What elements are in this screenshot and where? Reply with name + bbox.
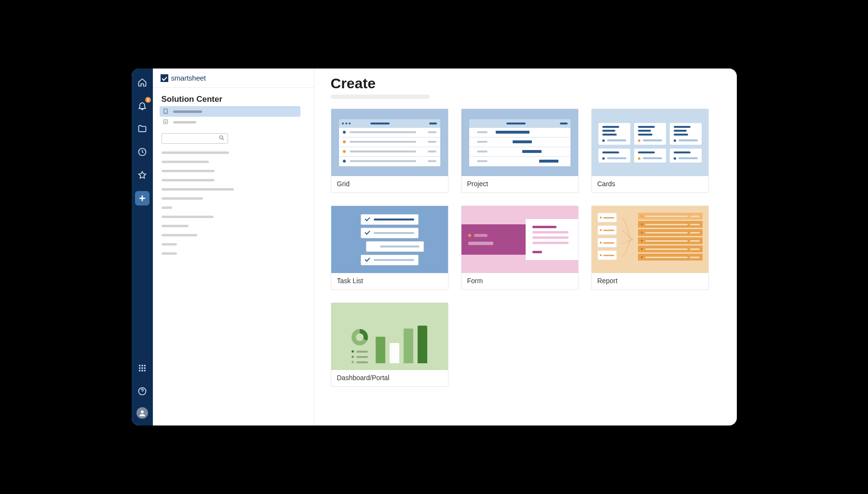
solution-center-panel: smartsheet Solution Center <box>153 69 314 425</box>
create-card-label: Cards <box>592 176 708 192</box>
panel-category-list <box>160 151 300 255</box>
report-thumbnail <box>592 206 708 273</box>
create-card-dashboard[interactable]: Dashboard/Portal <box>331 302 448 387</box>
create-card-cards[interactable]: Cards <box>591 109 709 193</box>
task-list-thumbnail <box>331 206 448 273</box>
project-thumbnail <box>461 109 578 176</box>
panel-nav-item-create[interactable] <box>160 106 300 117</box>
panel-category-item[interactable] <box>162 225 189 227</box>
panel-category-item[interactable] <box>162 206 172 209</box>
svg-rect-4 <box>139 368 140 369</box>
panel-nav-item-import[interactable] <box>160 117 300 127</box>
panel-search-input[interactable] <box>162 133 228 144</box>
panel-category-item[interactable] <box>162 197 203 200</box>
svg-point-13 <box>219 136 223 139</box>
panel-category-item[interactable] <box>162 188 234 191</box>
app-launcher-icon[interactable] <box>135 361 149 375</box>
search-icon <box>218 134 225 143</box>
svg-rect-8 <box>141 370 143 371</box>
create-card-label: Task List <box>331 273 448 289</box>
svg-rect-6 <box>144 368 145 369</box>
home-icon[interactable] <box>135 75 149 90</box>
create-card-label: Grid <box>331 176 448 192</box>
brand-logo-icon <box>161 74 168 82</box>
page-title: Create <box>331 75 720 92</box>
account-avatar[interactable] <box>136 407 148 419</box>
create-card-label: Report <box>592 273 708 289</box>
panel-category-item[interactable] <box>162 170 215 172</box>
main-content: Create <box>314 69 737 425</box>
create-button[interactable] <box>135 191 149 206</box>
svg-rect-9 <box>144 370 145 371</box>
create-card-label: Form <box>461 273 578 289</box>
create-card-report[interactable]: Report <box>591 206 709 290</box>
svg-rect-5 <box>141 368 143 369</box>
create-card-label: Project <box>461 176 578 192</box>
help-icon[interactable] <box>135 384 149 398</box>
brand[interactable]: smartsheet <box>153 69 314 88</box>
create-card-label: Dashboard/Portal <box>331 370 448 386</box>
svg-rect-12 <box>163 109 167 113</box>
sheet-icon <box>163 108 169 115</box>
recents-icon[interactable] <box>135 145 149 159</box>
grid-thumbnail <box>331 109 448 176</box>
create-card-project[interactable]: Project <box>461 109 579 193</box>
cards-thumbnail <box>592 109 708 176</box>
create-options-grid: Grid <box>331 109 720 387</box>
svg-point-11 <box>141 411 144 413</box>
import-icon <box>163 119 169 125</box>
notifications-badge: 3 <box>145 96 151 103</box>
create-card-grid[interactable]: Grid <box>331 109 448 193</box>
dashboard-thumbnail <box>331 303 448 370</box>
svg-rect-3 <box>144 365 145 366</box>
panel-category-item[interactable] <box>162 252 177 255</box>
notifications-icon[interactable]: 3 <box>135 98 149 113</box>
favorites-icon[interactable] <box>135 168 149 182</box>
page-subtitle-placeholder <box>331 95 430 99</box>
form-thumbnail <box>461 206 578 273</box>
panel-category-item[interactable] <box>162 151 229 154</box>
browse-icon[interactable] <box>135 122 149 136</box>
svg-rect-7 <box>139 370 140 371</box>
panel-category-item[interactable] <box>162 179 215 181</box>
panel-category-item[interactable] <box>162 243 177 246</box>
panel-category-item[interactable] <box>162 216 214 218</box>
panel-title: Solution Center <box>160 95 300 104</box>
brand-name: smartsheet <box>171 74 206 82</box>
nav-rail: 3 <box>132 69 153 425</box>
svg-rect-2 <box>141 365 143 366</box>
app-window: 3 smartsheet Solution Ce <box>132 69 737 425</box>
panel-category-item[interactable] <box>162 161 209 163</box>
create-card-task-list[interactable]: Task List <box>331 206 448 290</box>
svg-rect-1 <box>139 365 140 366</box>
panel-category-item[interactable] <box>162 234 197 236</box>
create-card-form[interactable]: Form <box>461 206 579 290</box>
